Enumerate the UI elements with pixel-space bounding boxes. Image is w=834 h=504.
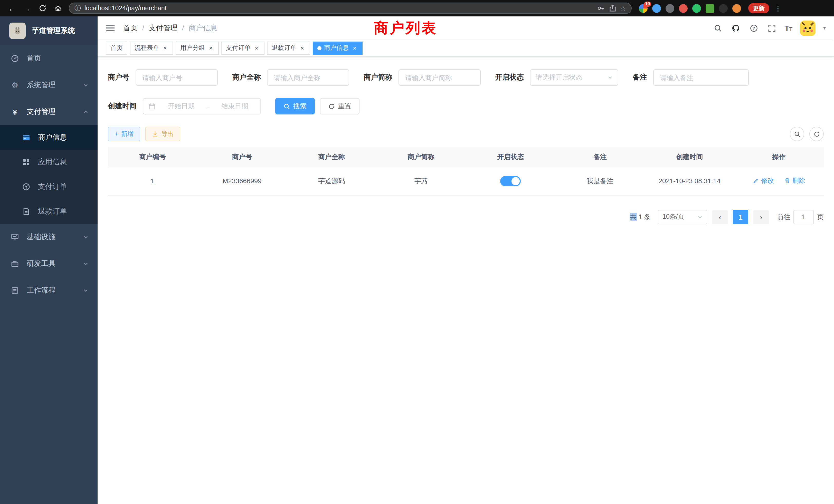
short-name-input[interactable] <box>398 69 481 86</box>
sidebar-item-label: 应用信息 <box>38 158 67 167</box>
font-size-icon[interactable]: TT <box>785 24 792 32</box>
tab-process-form[interactable]: 流程表单 × <box>130 41 173 55</box>
col-short-name: 商户简称 <box>376 147 466 167</box>
extension-icon[interactable] <box>679 4 688 13</box>
url-text: localhost:1024/pay/merchant <box>85 5 593 12</box>
address-bar[interactable]: ⓘ localhost:1024/pay/merchant ☆ <box>69 3 632 14</box>
search-button[interactable]: 搜索 <box>275 98 315 114</box>
close-icon[interactable]: × <box>253 45 260 51</box>
github-icon[interactable] <box>730 23 741 33</box>
merchant-no-input[interactable] <box>136 69 218 86</box>
chevron-down-icon <box>83 261 88 266</box>
close-icon[interactable]: × <box>207 45 214 51</box>
merchant-table: 商户编号 商户号 商户全称 商户简称 开启状态 备注 创建时间 操作 1 <box>108 147 824 195</box>
avatar-caret-icon[interactable]: ▾ <box>823 25 826 31</box>
sidebar-item-pay-order[interactable]: 支付订单 <box>0 175 97 199</box>
payment-submenu: 商户信息 应用信息 支付订单 <box>0 125 97 224</box>
tab-pay-order[interactable]: 支付订单 × <box>221 41 264 55</box>
tab-home[interactable]: 首页 <box>106 41 127 55</box>
close-icon[interactable]: × <box>162 45 169 51</box>
password-key-icon[interactable] <box>597 4 605 12</box>
page-size-select[interactable]: 10条/页 <box>658 210 707 224</box>
cell-full-name: 芋道源码 <box>287 167 376 195</box>
extension-icon[interactable] <box>732 4 741 13</box>
screen: ← → ⓘ localhost:1024/pay/merchant ☆ 10 <box>0 0 834 504</box>
table-row: 1 M233666999 芋道源码 芋艿 我是备注 2021-10-23 08:… <box>108 167 824 195</box>
show-search-button[interactable] <box>790 127 804 141</box>
status-select[interactable]: 请选择开启状态 <box>530 69 618 86</box>
sidebar-item-refund-order[interactable]: 退款订单 <box>0 199 97 224</box>
search-icon <box>794 131 800 137</box>
prev-page-button[interactable]: ‹ <box>712 210 728 224</box>
chevron-up-icon <box>83 109 88 114</box>
sidebar-item-home[interactable]: 首页 <box>0 45 97 72</box>
site-info-icon[interactable]: ⓘ <box>74 4 81 13</box>
toolbox-icon <box>9 260 21 268</box>
reload-icon <box>39 4 47 12</box>
delete-link[interactable]: 删除 <box>784 177 805 185</box>
tab-merchant-info[interactable]: 商户信息 × <box>313 41 363 55</box>
full-name-input[interactable] <box>267 69 349 86</box>
extension-icon[interactable] <box>719 4 728 13</box>
browser-menu-icon[interactable]: ⋮ <box>774 4 782 12</box>
breadcrumb-separator: / <box>142 24 144 32</box>
date-range-picker[interactable]: 开始日期 - 结束日期 <box>143 98 261 114</box>
extension-icon[interactable] <box>652 4 661 13</box>
filter-label-status: 开启状态 <box>495 73 524 82</box>
sidebar-item-label: 首页 <box>27 54 41 63</box>
cell-short-name: 芋艿 <box>376 167 466 195</box>
add-button[interactable]: + 新增 <box>108 127 140 141</box>
sidebar-item-label: 商户信息 <box>38 133 67 142</box>
help-icon[interactable]: ? <box>748 23 759 33</box>
fullscreen-icon[interactable] <box>766 23 777 33</box>
refresh-table-button[interactable] <box>809 127 824 141</box>
sidebar-item-dev-tools[interactable]: 研发工具 <box>0 250 97 277</box>
goto-page-input[interactable] <box>793 210 814 224</box>
breadcrumb-payment[interactable]: 支付管理 <box>149 23 177 32</box>
extension-icon[interactable] <box>692 4 701 13</box>
breadcrumb: 首页 / 支付管理 / 商户信息 <box>123 23 218 32</box>
filter-label-merchant-no: 商户号 <box>108 73 129 82</box>
next-page-button[interactable]: › <box>753 210 769 224</box>
chevron-down-icon <box>608 75 613 80</box>
browser-update-button[interactable]: 更新 <box>748 3 769 13</box>
extension-icon[interactable]: 10 <box>639 4 648 13</box>
bookmark-star-icon[interactable]: ☆ <box>620 4 626 12</box>
edit-link[interactable]: 修改 <box>753 177 774 185</box>
share-icon[interactable] <box>609 4 617 12</box>
reset-button[interactable]: 重置 <box>320 98 359 114</box>
chevron-down-icon <box>83 288 88 293</box>
extensions-area: 10 <box>639 4 741 13</box>
sidebar-logo[interactable]: 芋道管理系统 <box>0 17 97 45</box>
hamburger-icon[interactable] <box>106 24 115 32</box>
close-icon[interactable]: × <box>351 45 358 51</box>
col-actions: 操作 <box>734 147 824 167</box>
browser-forward-button[interactable]: → <box>21 2 34 14</box>
status-toggle[interactable] <box>500 176 521 186</box>
rabbit-icon <box>13 27 22 35</box>
search-icon[interactable] <box>712 23 723 33</box>
sidebar-item-workflow[interactable]: 工作流程 <box>0 277 97 304</box>
extension-icon[interactable] <box>706 4 714 13</box>
browser-reload-button[interactable] <box>37 2 49 14</box>
browser-home-button[interactable] <box>52 2 64 14</box>
breadcrumb-separator: / <box>182 24 184 32</box>
browser-back-button[interactable]: ← <box>6 2 18 14</box>
sidebar-item-merchant-info[interactable]: 商户信息 <box>0 125 97 150</box>
extension-icon[interactable] <box>665 4 674 13</box>
remark-input[interactable] <box>653 69 749 86</box>
sidebar-item-system[interactable]: ⚙ 系统管理 <box>0 72 97 98</box>
close-icon[interactable]: × <box>299 45 306 51</box>
tab-refund-order[interactable]: 退款订单 × <box>267 41 310 55</box>
navbar: 首页 / 支付管理 / 商户信息 商户列表 ? <box>97 17 834 40</box>
user-avatar[interactable] <box>800 20 815 36</box>
tab-user-group[interactable]: 用户分组 × <box>176 41 219 55</box>
breadcrumb-home[interactable]: 首页 <box>123 23 138 32</box>
page-button-1[interactable]: 1 <box>733 210 748 224</box>
sidebar-item-app-info[interactable]: 应用信息 <box>0 150 97 175</box>
sidebar-item-infrastructure[interactable]: 基础设施 <box>0 224 97 250</box>
sidebar-item-payment[interactable]: ¥ 支付管理 <box>0 98 97 125</box>
export-button[interactable]: 导出 <box>145 127 180 141</box>
chevron-down-icon <box>83 234 88 240</box>
sidebar-item-label: 系统管理 <box>27 81 56 90</box>
